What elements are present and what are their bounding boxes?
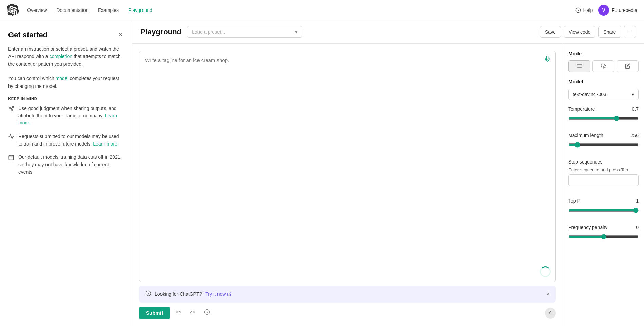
sidebar-item-3: Our default models' training data cuts o… — [8, 154, 124, 176]
frequency-penalty-label: Frequency penalty — [568, 225, 607, 230]
svg-line-13 — [229, 292, 231, 294]
learn-more-link-1[interactable]: Learn more. — [18, 113, 117, 126]
nav-playground[interactable]: Playground — [128, 7, 152, 13]
sidebar: Get started × Enter an instruction or se… — [0, 20, 132, 326]
help-circle-icon — [575, 7, 581, 13]
model-dropdown[interactable]: text-davinci-003 ▾ — [568, 89, 639, 100]
frequency-penalty-label-row: Frequency penalty 0 — [568, 225, 639, 230]
model-section-label: Model — [568, 79, 639, 84]
main-header: Playground Load a preset... ▾ Save View … — [132, 20, 644, 44]
try-it-now-label: Try it now — [205, 291, 226, 297]
mic-icon[interactable] — [544, 56, 551, 64]
max-length-label: Maximum length — [568, 133, 603, 138]
sidebar-item-2: Requests submitted to our models may be … — [8, 133, 124, 148]
help-label: Help — [583, 7, 593, 13]
sidebar-description-2: You can control which model completes yo… — [8, 75, 124, 90]
max-length-label-row: Maximum length 256 — [568, 133, 639, 138]
sidebar-item-1: Use good judgment when sharing outputs, … — [8, 105, 124, 127]
max-length-value: 256 — [631, 133, 639, 138]
info-icon — [145, 290, 151, 298]
dropdown-chevron-icon: ▾ — [295, 29, 297, 35]
temperature-label-row: Temperature 0.7 — [568, 106, 639, 112]
openai-logo[interactable] — [7, 4, 19, 16]
temperature-label: Temperature — [568, 106, 595, 112]
submit-button[interactable]: Submit — [139, 307, 170, 319]
completion-link[interactable]: completion — [49, 54, 72, 59]
user-menu[interactable]: V Futurepedia — [598, 5, 637, 16]
frequency-penalty-value: 0 — [636, 225, 639, 230]
calendar-icon — [8, 154, 14, 176]
model-link[interactable]: model — [56, 76, 69, 81]
nav-right: Help V Futurepedia — [575, 5, 637, 16]
editor-area: Looking for ChatGPT? Try it now × Submit — [132, 44, 563, 326]
learn-more-link-2[interactable]: Learn more. — [93, 141, 118, 147]
token-count: 0 — [545, 308, 556, 319]
nav-examples[interactable]: Examples — [98, 7, 119, 13]
stop-sequences-input[interactable] — [568, 174, 639, 186]
nav-overview[interactable]: Overview — [27, 7, 47, 13]
frequency-penalty-slider[interactable] — [568, 234, 639, 239]
more-button[interactable]: ··· — [624, 26, 636, 38]
max-length-slider[interactable] — [568, 142, 639, 148]
prompt-textarea[interactable] — [145, 56, 550, 276]
stop-sequences-label: Stop sequences — [568, 159, 602, 165]
user-name: Futurepedia — [612, 7, 637, 13]
app-layout: Get started × Enter an instruction or se… — [0, 20, 644, 326]
temperature-value: 0.7 — [632, 106, 639, 112]
mode-edit-button[interactable] — [617, 60, 639, 72]
chatgpt-banner: Looking for ChatGPT? Try it now × — [139, 286, 556, 303]
insert-mode-icon — [601, 63, 606, 69]
sidebar-description: Enter an instruction or select a preset,… — [8, 45, 124, 68]
sidebar-close-button[interactable]: × — [117, 30, 124, 40]
try-it-now-link[interactable]: Try it now — [205, 291, 232, 297]
content-area: Looking for ChatGPT? Try it now × Submit — [132, 44, 644, 326]
nav-documentation[interactable]: Documentation — [56, 7, 88, 13]
complete-mode-icon — [577, 63, 582, 69]
main-title: Playground — [140, 27, 182, 36]
banner-close-button[interactable]: × — [547, 291, 550, 297]
top-p-value: 1 — [636, 198, 639, 204]
preset-placeholder: Load a preset... — [192, 29, 225, 35]
mode-label: Mode — [568, 51, 639, 56]
sidebar-items-list: Use good judgment when sharing outputs, … — [8, 105, 124, 176]
editor-actions: Submit 0 — [139, 303, 556, 319]
top-p-label: Top P — [568, 198, 581, 204]
top-p-slider[interactable] — [568, 208, 639, 213]
edit-mode-icon — [625, 63, 630, 69]
mode-complete-button[interactable] — [568, 60, 590, 72]
save-button[interactable]: Save — [540, 26, 561, 38]
keep-in-mind-title: KEEP IN MIND — [8, 97, 124, 101]
header-buttons: Save View code Share ··· — [540, 26, 636, 38]
temperature-section: Temperature 0.7 — [568, 106, 639, 127]
text-editor — [139, 51, 556, 282]
model-chevron-icon: ▾ — [632, 92, 634, 97]
share-button[interactable]: Share — [598, 26, 621, 38]
activity-icon — [8, 134, 14, 148]
frequency-penalty-section: Frequency penalty 0 — [568, 225, 639, 242]
stop-sequences-section: Stop sequences Enter sequence and press … — [568, 159, 639, 192]
sidebar-desc-3: You can control which — [8, 76, 56, 81]
nav-links: Overview Documentation Examples Playgrou… — [27, 7, 575, 13]
top-p-label-row: Top P 1 — [568, 198, 639, 204]
max-length-section: Maximum length 256 — [568, 133, 639, 153]
model-value: text-davinci-003 — [573, 92, 606, 97]
send-icon — [8, 106, 14, 127]
history-button[interactable] — [201, 307, 213, 319]
help-button[interactable]: Help — [575, 7, 593, 13]
sidebar-item-2-text: Requests submitted to our models may be … — [18, 133, 124, 148]
stop-sequences-label-row: Stop sequences — [568, 159, 639, 165]
mode-insert-button[interactable] — [592, 60, 614, 72]
undo-button[interactable] — [173, 307, 184, 319]
mode-buttons — [568, 60, 639, 72]
temperature-slider[interactable] — [568, 116, 639, 121]
stop-sequences-hint: Enter sequence and press Tab — [568, 167, 639, 172]
user-avatar: V — [598, 5, 609, 16]
right-panel: Mode Model text-davinci-003 ▾ — [563, 44, 644, 326]
preset-dropdown[interactable]: Load a preset... ▾ — [187, 26, 302, 38]
sidebar-item-1-text: Use good judgment when sharing outputs, … — [18, 105, 124, 127]
banner-text: Looking for ChatGPT? — [155, 291, 202, 297]
loading-spinner — [540, 266, 551, 277]
redo-button[interactable] — [187, 307, 198, 319]
view-code-button[interactable]: View code — [564, 26, 595, 38]
sidebar-header: Get started × — [8, 30, 124, 40]
